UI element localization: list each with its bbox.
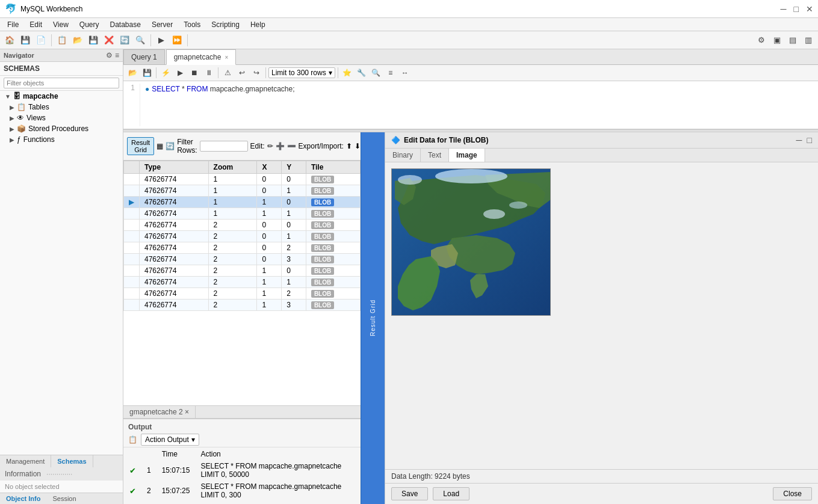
toolbar-grid-icon[interactable]: ▦ xyxy=(156,142,163,150)
toolbar-execute[interactable]: ▶ xyxy=(154,33,169,48)
table-row[interactable]: 47626774200BLOB xyxy=(124,220,361,231)
result-grid-side[interactable]: Result Grid xyxy=(361,132,385,504)
blob-save-btn[interactable]: Save xyxy=(391,487,428,500)
edit-pencil-icon[interactable]: ✏ xyxy=(267,142,273,150)
cell-tile[interactable]: BLOB xyxy=(306,288,360,300)
editor-undo[interactable]: ↩ xyxy=(235,66,249,79)
cell-tile[interactable]: BLOB xyxy=(306,254,360,265)
menu-scripting[interactable]: Scripting xyxy=(206,19,244,30)
menu-help[interactable]: Help xyxy=(246,19,270,30)
edit-minus-icon[interactable]: ➖ xyxy=(287,142,296,150)
blob-maximize-btn[interactable]: □ xyxy=(807,135,812,145)
editor-star[interactable]: ⭐ xyxy=(341,66,354,79)
edit-plus-icon[interactable]: ➕ xyxy=(276,142,285,150)
import-icon[interactable]: ⬇ xyxy=(355,142,361,150)
editor-open[interactable]: 📂 xyxy=(126,66,139,79)
sql-editor[interactable]: 1 ● SELECT * FROM mapcache.gmapnetcache; xyxy=(123,81,818,129)
toolbar-sql-editor[interactable]: 📄 xyxy=(34,33,48,48)
editor-toggle[interactable]: ↔ xyxy=(398,66,412,79)
menu-file[interactable]: File xyxy=(2,19,23,30)
maximize-btn[interactable]: □ xyxy=(794,4,799,14)
blob-tab-text[interactable]: Text xyxy=(421,149,449,162)
toolbar-close[interactable]: ❌ xyxy=(102,33,116,48)
minimize-btn[interactable]: ─ xyxy=(781,4,787,14)
toolbar-new-tab[interactable]: 📋 xyxy=(55,33,69,48)
cell-tile[interactable]: BLOB xyxy=(306,174,360,185)
toolbar-refresh[interactable]: 🔄 xyxy=(117,33,132,48)
tab-management[interactable]: Management xyxy=(0,455,51,467)
col-y[interactable]: Y xyxy=(282,161,306,174)
blob-close-btn[interactable]: Close xyxy=(773,487,812,500)
cell-tile[interactable]: BLOB xyxy=(306,265,360,277)
tab-gmapnetcache[interactable]: gmapnetcache × xyxy=(166,49,237,65)
menu-tools[interactable]: Tools xyxy=(179,19,205,30)
editor-inspect[interactable]: 🔧 xyxy=(355,66,368,79)
tab-query1[interactable]: Query 1 xyxy=(123,49,165,64)
table-row[interactable]: 47626774101BLOB xyxy=(124,185,361,197)
table-row[interactable]: 47626774213BLOB xyxy=(124,300,361,311)
export-icon[interactable]: ⬆ xyxy=(346,142,352,150)
toolbar-execute-all[interactable]: ⏩ xyxy=(170,33,184,48)
table-row[interactable]: 47626774201BLOB xyxy=(124,231,361,242)
tree-stored-procedures[interactable]: ▶ 📦 Stored Procedures xyxy=(0,123,123,134)
data-table-wrap[interactable]: Type Zoom X Y Tile 47626774100BLOB476267… xyxy=(123,161,361,405)
cell-tile[interactable]: BLOB xyxy=(306,277,360,288)
toolbar-save[interactable]: 💾 xyxy=(86,33,101,48)
toolbar-refresh-icon[interactable]: 🔄 xyxy=(166,142,175,150)
cell-tile[interactable]: BLOB xyxy=(306,242,360,254)
navigator-toggle-icon[interactable]: ≡ xyxy=(115,51,119,60)
blob-tab-image[interactable]: Image xyxy=(449,149,485,162)
editor-format[interactable]: ≡ xyxy=(384,66,397,79)
result-grid-btn[interactable]: Result Grid xyxy=(127,137,154,155)
col-type[interactable]: Type xyxy=(140,161,209,174)
editor-search[interactable]: 🔍 xyxy=(370,66,383,79)
toolbar-view3[interactable]: ▥ xyxy=(801,33,816,48)
table-row[interactable]: 47626774203BLOB xyxy=(124,254,361,265)
navigator-configure-icon[interactable]: ⚙ xyxy=(106,51,113,60)
col-x[interactable]: X xyxy=(257,161,282,174)
editor-error[interactable]: ⚠ xyxy=(221,66,234,79)
tree-tables[interactable]: ▶ 📋 Tables xyxy=(0,102,123,112)
table-row[interactable]: 47626774111BLOB xyxy=(124,208,361,220)
gmapnetcache-close[interactable]: × xyxy=(225,54,228,61)
editor-save[interactable]: 💾 xyxy=(140,66,153,79)
cell-tile[interactable]: BLOB xyxy=(306,208,360,220)
editor-execute-current[interactable]: ▶ xyxy=(173,66,187,79)
menu-server[interactable]: Server xyxy=(147,19,178,30)
filter-input[interactable] xyxy=(4,78,119,88)
cell-tile[interactable]: BLOB xyxy=(306,197,360,208)
cell-tile[interactable]: BLOB xyxy=(306,231,360,242)
toolbar-settings[interactable]: ⚙ xyxy=(754,33,769,48)
toolbar-open-connection[interactable]: 🏠 xyxy=(2,33,17,48)
toolbar-view2[interactable]: ▤ xyxy=(785,33,800,48)
obj-info-tab-object[interactable]: Object Info xyxy=(0,493,46,504)
table-row[interactable]: 47626774202BLOB xyxy=(124,242,361,254)
menu-edit[interactable]: Edit xyxy=(25,19,47,30)
limit-select[interactable]: Limit to 300 rows ▾ xyxy=(268,67,335,78)
menu-view[interactable]: View xyxy=(48,19,73,30)
tab-schemas[interactable]: Schemas xyxy=(51,455,93,467)
toolbar-search[interactable]: 🔍 xyxy=(133,33,147,48)
blob-tab-binary[interactable]: Binary xyxy=(385,149,421,162)
filter-rows-input[interactable] xyxy=(200,141,248,152)
table-row[interactable]: 47626774210BLOB xyxy=(124,265,361,277)
menu-query[interactable]: Query xyxy=(75,19,104,30)
tree-views[interactable]: ▶ 👁 Views xyxy=(0,112,123,123)
toolbar-view1[interactable]: ▣ xyxy=(770,33,784,48)
cell-tile[interactable]: BLOB xyxy=(306,300,360,311)
editor-pause[interactable]: ⏸ xyxy=(202,66,215,79)
action-output-select[interactable]: Action Output ▾ xyxy=(141,434,199,446)
table-row[interactable]: 47626774211BLOB xyxy=(124,277,361,288)
table-row[interactable]: 47626774100BLOB xyxy=(124,174,361,185)
col-tile[interactable]: Tile xyxy=(306,161,360,174)
blob-load-btn[interactable]: Load xyxy=(433,487,469,500)
obj-info-tab-session[interactable]: Session xyxy=(46,493,82,504)
gmapnetcache2-close[interactable]: × xyxy=(185,408,189,416)
menu-database[interactable]: Database xyxy=(105,19,146,30)
result-tab-gmapnetcache2[interactable]: gmapnetcache 2 × xyxy=(123,406,196,418)
table-row[interactable]: ▶47626774110BLOB xyxy=(124,197,361,208)
editor-execute[interactable]: ⚡ xyxy=(159,66,172,79)
table-row[interactable]: 47626774212BLOB xyxy=(124,288,361,300)
toolbar-local-instance[interactable]: 💾 xyxy=(18,33,33,48)
editor-stop[interactable]: ⏹ xyxy=(188,66,201,79)
